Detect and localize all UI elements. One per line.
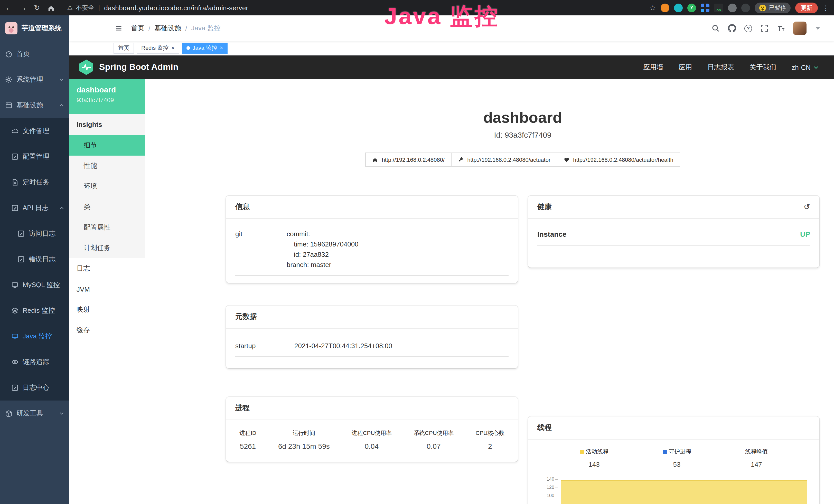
app-logo[interactable]: 芋道管理系统 xyxy=(0,16,69,41)
breadcrumb-infrastructure[interactable]: 基础设施 xyxy=(154,24,181,33)
browser-menu-icon[interactable] xyxy=(822,4,829,12)
extension-icon-green[interactable]: Y xyxy=(687,3,696,12)
legend-live-threads: 活动线程 143 xyxy=(580,448,609,468)
threads-chart-yaxis: 140 120 100 xyxy=(537,477,561,504)
sba-menu-item-classes[interactable]: 类 xyxy=(69,197,145,217)
stat-value: 6d 23h 15m 59s xyxy=(278,442,330,450)
sba-menu-item-details[interactable]: 细节 xyxy=(69,135,145,156)
sidebar-item-access-logs[interactable]: 访问日志 xyxy=(0,221,69,247)
extension-icon-gray[interactable] xyxy=(728,3,737,12)
tab-label: 首页 xyxy=(118,44,129,52)
forward-icon[interactable] xyxy=(20,4,27,12)
extensions-puzzle-icon[interactable] xyxy=(741,3,750,12)
history-icon[interactable] xyxy=(804,202,810,211)
breadcrumb-current: Java 监控 xyxy=(191,24,221,33)
sba-menu-item-logs[interactable]: 日志 xyxy=(69,258,145,279)
tab-label: Java 监控 xyxy=(192,44,217,52)
sba-menu-item-mappings[interactable]: 映射 xyxy=(69,299,145,320)
sba-menu-item-caches[interactable]: 缓存 xyxy=(69,320,145,340)
hamburger-icon[interactable] xyxy=(114,25,123,32)
extension-icon-teal[interactable] xyxy=(674,3,683,12)
legend-peak-threads: 线程峰值 147 xyxy=(745,448,768,468)
help-icon[interactable]: ? xyxy=(744,24,752,32)
chevron-up-icon xyxy=(59,103,64,108)
sidebar-item-api-logs[interactable]: API 日志 xyxy=(0,195,69,221)
chevron-down-icon xyxy=(59,77,64,82)
sidebar-item-dev-tools[interactable]: 研发工具 xyxy=(0,400,69,426)
sidebar-item-redis-monitor[interactable]: Redis 监控 xyxy=(0,298,69,323)
tab-java-monitor[interactable]: Java 监控 xyxy=(182,42,227,54)
sidebar-item-home[interactable]: 首页 xyxy=(0,41,69,67)
url-text[interactable]: dashboard.yudao.iocoder.cn/infra/admin-s… xyxy=(104,4,248,12)
sidebar-item-label: Java 监控 xyxy=(23,332,52,341)
sba-language-value: zh-CN xyxy=(792,63,811,71)
sba-instance-menu: dashboard 93a3fc7f7409 Insights 细节 性能 环境… xyxy=(69,79,145,504)
caret-down-icon[interactable] xyxy=(816,27,820,29)
tags-view: 首页 Redis 监控 Java 监控 xyxy=(69,41,834,55)
search-icon[interactable] xyxy=(711,24,720,32)
sba-nav-applications[interactable]: 应用 xyxy=(679,63,692,72)
sba-menu-item-scheduled-tasks[interactable]: 计划任务 xyxy=(69,238,145,258)
tab-redis-monitor[interactable]: Redis 监控 xyxy=(137,42,179,54)
sba-navbar: Spring Boot Admin 应用墙 应用 日志报表 关于我们 zh-CN xyxy=(69,55,834,79)
wrench-icon xyxy=(458,157,464,163)
bookmark-star-icon[interactable] xyxy=(650,4,656,12)
sidebar-item-system-mgmt[interactable]: 系统管理 xyxy=(0,67,69,92)
back-icon[interactable] xyxy=(5,4,12,12)
sidebar-item-java-monitor[interactable]: Java 监控 xyxy=(0,323,69,349)
reload-icon[interactable] xyxy=(34,4,40,12)
edit-icon xyxy=(11,153,19,160)
extension-icon-grid[interactable] xyxy=(701,3,709,12)
sba-nav-journal[interactable]: 日志报表 xyxy=(707,63,734,72)
git-id-line: id: 27aa832 xyxy=(294,250,358,260)
sba-nav-about[interactable]: 关于我们 xyxy=(749,63,776,72)
health-url-link[interactable]: http://192.168.0.2:48080/actuator/health xyxy=(556,153,680,167)
link-text: http://192.168.0.2:48080/actuator/health xyxy=(573,157,673,163)
close-icon[interactable] xyxy=(220,45,223,51)
metadata-key: startup xyxy=(235,341,294,351)
extension-icon-on-badge[interactable]: on xyxy=(714,3,723,12)
sidebar-item-trace[interactable]: 链路追踪 xyxy=(0,349,69,375)
sidebar-item-file-mgmt[interactable]: 文件管理 xyxy=(0,118,69,144)
sidebar-item-infrastructure[interactable]: 基础设施 xyxy=(0,92,69,118)
edit-icon xyxy=(18,230,25,237)
git-commit-line: commit: xyxy=(287,229,358,239)
user-avatar[interactable] xyxy=(793,22,807,35)
sidebar-item-error-logs[interactable]: 错误日志 xyxy=(0,247,69,272)
sidebar-item-mysql-monitor[interactable]: MySQL 监控 xyxy=(0,272,69,298)
close-icon[interactable] xyxy=(171,45,174,51)
sidebar-item-config-mgmt[interactable]: 配置管理 xyxy=(0,144,69,169)
app-logo-icon xyxy=(5,22,18,35)
actuator-url-link[interactable]: http://192.168.0.2:48080/actuator xyxy=(451,153,557,167)
service-url-link[interactable]: http://192.168.0.2:48080/ xyxy=(365,153,451,167)
sba-menu-item-performance[interactable]: 性能 xyxy=(69,156,145,176)
sba-menu-item-jvm[interactable]: JVM xyxy=(69,279,145,299)
health-instance-row[interactable]: Instance UP xyxy=(537,226,810,246)
sba-instance-header[interactable]: dashboard 93a3fc7f7409 xyxy=(69,79,145,114)
home-icon[interactable] xyxy=(47,4,55,12)
sba-nav-wallboard[interactable]: 应用墙 xyxy=(643,63,663,72)
sba-menu-item-environment[interactable]: 环境 xyxy=(69,176,145,197)
chrome-update-button[interactable]: 更新 xyxy=(795,2,818,13)
metadata-card: 元数据 startup 2021-04-27T00:44:31.254+08:0… xyxy=(226,305,518,368)
github-icon[interactable] xyxy=(728,24,736,32)
fullscreen-icon[interactable] xyxy=(760,24,768,32)
eye-icon xyxy=(11,359,19,366)
stat-cpu-cores: CPU核心数 2 xyxy=(476,429,504,450)
sba-menu-item-config-props[interactable]: 配置属性 xyxy=(69,217,145,238)
tab-home[interactable]: 首页 xyxy=(113,42,134,54)
breadcrumb-separator: / xyxy=(149,24,150,32)
font-size-icon[interactable] xyxy=(777,24,785,32)
sidebar-item-scheduled-jobs[interactable]: 定时任务 xyxy=(0,169,69,195)
extension-icon-orange[interactable] xyxy=(661,3,670,12)
address-bar[interactable]: 不安全 | dashboard.yudao.iocoder.cn/infra/a… xyxy=(67,3,248,12)
profile-paused-badge[interactable]: 已暂停 xyxy=(755,2,791,13)
sba-language-select[interactable]: zh-CN xyxy=(792,63,819,71)
sidebar-item-log-center[interactable]: 日志中心 xyxy=(0,375,69,400)
process-card: 进程 进程ID 5261 xyxy=(226,397,518,462)
stat-value: 0.04 xyxy=(352,442,392,450)
breadcrumb-home[interactable]: 首页 xyxy=(131,24,144,33)
card-title: 健康 xyxy=(537,202,552,211)
sidebar-item-label: 链路追踪 xyxy=(23,358,49,367)
sba-brand[interactable]: Spring Boot Admin xyxy=(79,60,178,75)
